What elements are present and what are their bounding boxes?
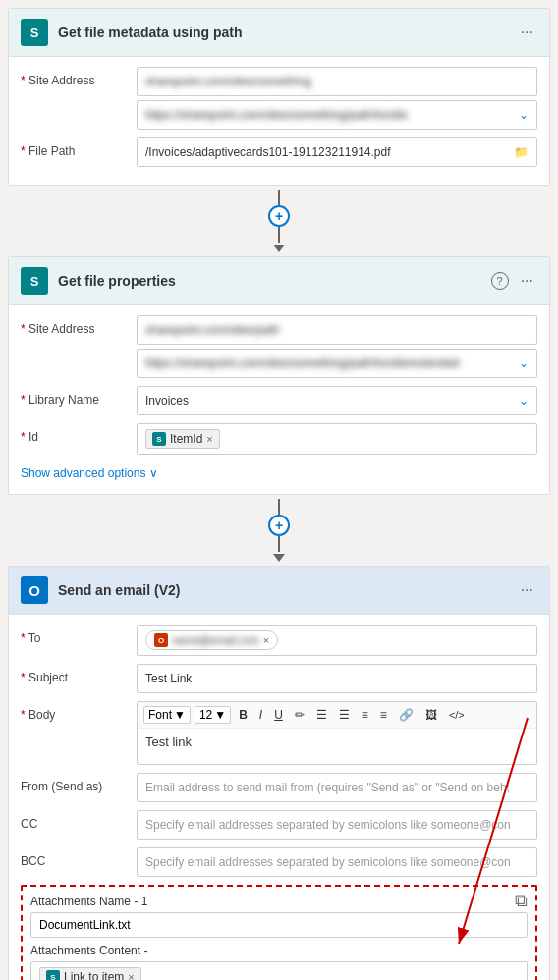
card-menu-metadata: ··· bbox=[517, 22, 537, 43]
card-title-email: Send an email (V2) bbox=[58, 582, 507, 598]
body-editor: Font ▼ 12 ▼ B I U ✏ ☰ ☰ bbox=[137, 701, 537, 765]
sharepoint-icon-properties: S bbox=[21, 267, 48, 295]
to-input[interactable]: O name@email.com × bbox=[137, 625, 537, 656]
site-address-input-2-line1[interactable]: sharepoint.com/sites/path bbox=[137, 315, 537, 345]
attachments-inner: ⧉ Attachments Name - 1 Attachments Conte… bbox=[30, 895, 528, 980]
body-toolbar-top: Font ▼ 12 ▼ B I U ✏ ☰ ☰ bbox=[138, 702, 536, 729]
card-header-properties: S Get file properties ? ··· bbox=[9, 257, 549, 305]
field-row-bcc: BCC Specify email addresses separated by… bbox=[21, 847, 537, 877]
bcc-input[interactable]: Specify email addresses separated by sem… bbox=[137, 847, 537, 877]
show-advanced-chevron: ∨ bbox=[149, 466, 158, 480]
attachments-content-input[interactable]: S Link to item × bbox=[30, 961, 528, 980]
card-menu-email: ··· bbox=[517, 579, 537, 601]
id-input[interactable]: S ItemId × bbox=[137, 423, 537, 455]
field-row-subject: * Subject Test Link bbox=[21, 664, 537, 693]
card-body-email: * To O name@email.com × * Subject Test L… bbox=[9, 615, 549, 980]
card-dots-properties[interactable]: ··· bbox=[517, 270, 537, 292]
help-icon-properties[interactable]: ? bbox=[491, 272, 509, 290]
card-title-properties: Get file properties bbox=[58, 273, 481, 289]
align-btn-2[interactable]: ≡ bbox=[376, 706, 391, 724]
card-body-properties: * Site Address sharepoint.com/sites/path… bbox=[9, 305, 549, 494]
connector-line-1 bbox=[278, 190, 280, 205]
to-tag-close[interactable]: × bbox=[263, 634, 269, 646]
file-path-input[interactable]: /Invoices/adaptivecards101-191123211914.… bbox=[137, 137, 537, 167]
card-send-email: O Send an email (V2) ··· * To O name@ema… bbox=[8, 566, 550, 980]
connector-arrow-2 bbox=[273, 554, 285, 562]
body-content[interactable]: Test link bbox=[138, 729, 536, 764]
list-btn-1[interactable]: ☰ bbox=[312, 706, 331, 724]
from-label: From (Send as) bbox=[21, 773, 129, 793]
list-btn-2[interactable]: ☰ bbox=[335, 706, 354, 724]
align-btn-1[interactable]: ≡ bbox=[358, 706, 372, 724]
link-btn[interactable]: 🔗 bbox=[395, 706, 418, 724]
font-select[interactable]: Font ▼ bbox=[143, 706, 191, 724]
site-address-blurred-1b: https://sharepoint.com/sites/something/p… bbox=[145, 108, 408, 122]
cc-input[interactable]: Specify email addresses separated by sem… bbox=[137, 810, 537, 840]
site-address-chevron-2: ⌄ bbox=[519, 356, 529, 370]
underline-btn[interactable]: U bbox=[270, 706, 287, 724]
img-btn[interactable]: 🖼 bbox=[421, 706, 441, 724]
to-label: * To bbox=[21, 625, 129, 645]
show-advanced-label: Show advanced options bbox=[21, 466, 145, 480]
card-header-metadata: S Get file metadata using path ··· bbox=[9, 9, 549, 57]
connector-line-2 bbox=[278, 499, 280, 515]
card-header-email: O Send an email (V2) ··· bbox=[9, 567, 549, 615]
from-input[interactable]: Email address to send mail from (require… bbox=[137, 773, 537, 802]
field-row-file-path: * File Path /Invoices/adaptivecards101-1… bbox=[21, 137, 537, 167]
field-row-to: * To O name@email.com × bbox=[21, 625, 537, 656]
card-menu-properties: ? ··· bbox=[491, 270, 537, 292]
from-placeholder: Email address to send mail from (require… bbox=[145, 781, 510, 794]
id-label: * Id bbox=[21, 423, 129, 444]
site-address-label-1: * Site Address bbox=[21, 67, 129, 87]
field-row-body: * Body Font ▼ 12 ▼ B bbox=[21, 701, 537, 765]
bcc-placeholder: Specify email addresses separated by sem… bbox=[145, 855, 511, 869]
field-row-library-name: * Library Name Invoices ⌄ bbox=[21, 386, 537, 415]
pencil-btn[interactable]: ✏ bbox=[291, 706, 308, 724]
attachments-content-label: Attachments Content - bbox=[30, 944, 528, 957]
attachments-box: ⧉ Attachments Name - 1 Attachments Conte… bbox=[21, 885, 537, 980]
library-name-label: * Library Name bbox=[21, 386, 129, 407]
subject-value: Test Link bbox=[145, 672, 192, 685]
card-get-file-properties: S Get file properties ? ··· * Site Addre… bbox=[8, 256, 550, 495]
outlook-icon: O bbox=[21, 576, 48, 604]
size-select[interactable]: 12 ▼ bbox=[195, 706, 231, 724]
site-address-chevron-1: ⌄ bbox=[519, 108, 529, 122]
site-address-input-1-line2[interactable]: https://sharepoint.com/sites/something/p… bbox=[137, 100, 537, 130]
id-tag-label: ItemId bbox=[170, 432, 202, 446]
subject-label: * Subject bbox=[21, 664, 129, 684]
connector-plus-1[interactable]: + bbox=[268, 205, 290, 227]
code-btn[interactable]: </> bbox=[445, 707, 469, 723]
field-row-from: From (Send as) Email address to send mai… bbox=[21, 773, 537, 802]
connector-arrow-1 bbox=[273, 245, 285, 252]
to-tag-icon: O bbox=[154, 633, 168, 647]
site-address-input-1-line1[interactable]: sharepoint.com/sites/something bbox=[137, 67, 537, 96]
id-tag-close[interactable]: × bbox=[206, 433, 212, 445]
attachments-tag-close[interactable]: × bbox=[128, 971, 134, 980]
show-advanced-btn[interactable]: Show advanced options ∨ bbox=[21, 463, 537, 484]
connector-plus-2[interactable]: + bbox=[268, 515, 290, 536]
connector-2: + bbox=[0, 495, 558, 566]
attachments-tag-icon: S bbox=[46, 970, 60, 980]
card-dots-email[interactable]: ··· bbox=[517, 579, 537, 601]
library-name-value: Invoices bbox=[145, 394, 189, 408]
site-address-blurred-2b: https://sharepoint.com/sites/something/p… bbox=[145, 356, 460, 370]
field-row-site-address-1: * Site Address sharepoint.com/sites/some… bbox=[21, 67, 537, 130]
card-body-metadata: * Site Address sharepoint.com/sites/some… bbox=[9, 57, 549, 185]
attachments-name-input[interactable] bbox=[30, 912, 528, 938]
card-dots-metadata[interactable]: ··· bbox=[517, 22, 537, 43]
bold-btn[interactable]: B bbox=[235, 706, 251, 724]
copy-icon[interactable]: ⧉ bbox=[511, 887, 531, 915]
site-address-input-2-line2[interactable]: https://sharepoint.com/sites/something/p… bbox=[137, 349, 537, 378]
file-path-value: /Invoices/adaptivecards101-191123211914.… bbox=[145, 145, 391, 159]
attachments-section: ⧉ Attachments Name - 1 Attachments Conte… bbox=[21, 885, 537, 980]
library-name-input[interactable]: Invoices ⌄ bbox=[137, 386, 537, 415]
body-label: * Body bbox=[21, 701, 129, 722]
italic-btn[interactable]: I bbox=[255, 706, 266, 724]
cc-label: CC bbox=[21, 810, 129, 831]
subject-input[interactable]: Test Link bbox=[137, 664, 537, 693]
bcc-label: BCC bbox=[21, 847, 129, 868]
field-row-id: * Id S ItemId × bbox=[21, 423, 537, 455]
card-title-metadata: Get file metadata using path bbox=[58, 25, 507, 40]
attachments-tag-label: Link to item bbox=[64, 970, 124, 980]
attachments-name-label: Attachments Name - 1 bbox=[30, 895, 528, 908]
